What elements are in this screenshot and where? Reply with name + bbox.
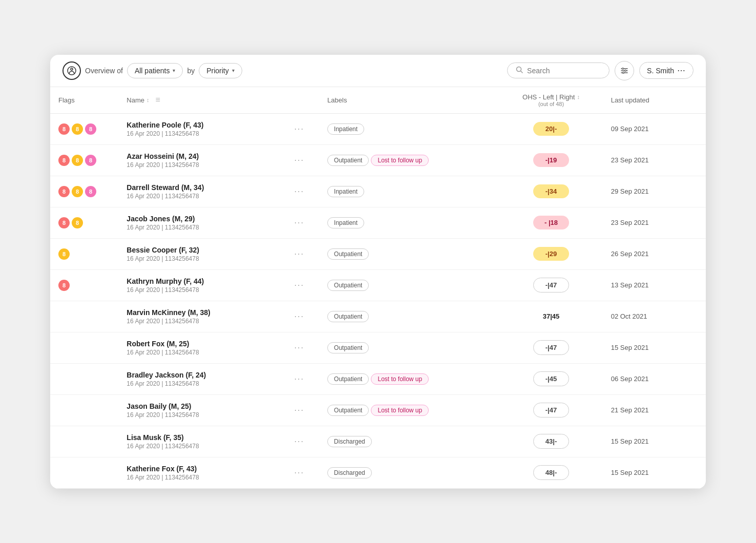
labels-cell: Inpatient [319,176,499,207]
search-input[interactable] [527,67,601,75]
flags-cell [50,301,118,332]
last-updated-cell: 26 Sep 2021 [603,238,706,269]
labels-cell: OutpatientLost to follow up [319,363,499,394]
last-updated-cell: 15 Sep 2021 [603,426,706,457]
table-row[interactable]: 88Jacob Jones (M, 29)16 Apr 2020 | 11342… [50,207,706,238]
row-menu-cell[interactable]: ··· [286,238,319,269]
ohs-cell: -|47 [499,269,602,301]
col-header-name[interactable]: Name ↕ ≡ [118,87,286,114]
patient-name-cell: Jason Baily (M, 25)16 Apr 2020 | 1134256… [118,394,286,426]
table-row[interactable]: 888Darrell Steward (M, 34)16 Apr 2020 | … [50,176,706,207]
table-row[interactable]: Robert Fox (M, 25)16 Apr 2020 | 11342564… [50,332,706,363]
row-menu-cell[interactable]: ··· [286,113,319,144]
ohs-cell: 48|- [499,457,602,488]
patient-table-container: Flags Name ↕ ≡ Labels [50,87,706,489]
flag-dot: 8 [58,155,70,166]
last-updated-cell: 23 Sep 2021 [603,144,706,176]
search-icon [516,66,523,75]
header-right: S. Smith ⋯ [507,61,694,80]
row-menu-icon[interactable]: ··· [294,312,304,321]
row-menu-icon[interactable]: ··· [294,437,304,446]
patients-filter-button[interactable]: All patients ▾ [127,63,183,78]
ohs-cell: -|47 [499,394,602,426]
row-menu-icon[interactable]: ··· [294,468,304,477]
labels-cell: Discharged [319,457,499,488]
row-menu-cell[interactable]: ··· [286,176,319,207]
ohs-badge: - |18 [533,216,569,229]
row-menu-icon[interactable]: ··· [294,124,304,133]
header-left: Overview of All patients ▾ by Priority ▾ [62,61,502,80]
patient-meta: 16 Apr 2020 | 1134256478 [127,286,278,294]
row-menu-icon[interactable]: ··· [294,218,304,227]
svg-line-3 [521,71,523,73]
table-row[interactable]: 888Katherine Poole (F, 43)16 Apr 2020 | … [50,113,706,144]
ohs-cell: -|34 [499,176,602,207]
row-menu-cell[interactable]: ··· [286,394,319,426]
flag-dot: 8 [72,186,83,197]
flag-dot: 8 [72,217,83,228]
row-menu-icon[interactable]: ··· [294,156,304,164]
patient-name: Lisa Musk (F, 35) [127,433,278,442]
labels-cell: Outpatient [319,301,499,332]
label-tag: Outpatient [327,342,369,353]
ohs-badge: -|47 [533,403,569,417]
ohs-cell: -|47 [499,332,602,363]
row-menu-cell[interactable]: ··· [286,332,319,363]
col-header-labels: Labels [319,87,499,114]
patient-name: Katherine Fox (F, 43) [127,465,278,473]
row-menu-cell[interactable]: ··· [286,269,319,301]
patient-meta: 16 Apr 2020 | 1134256478 [127,130,278,137]
flag-dot: 8 [72,155,83,166]
overview-label: Overview of [85,67,123,75]
labels-cell: Discharged [319,426,499,457]
last-updated-cell: 09 Sep 2021 [603,113,706,144]
row-menu-icon[interactable]: ··· [294,281,304,289]
label-tag: Outpatient [327,280,369,291]
labels-cell: Outpatient [319,238,499,269]
by-label: by [187,67,195,75]
label-tag: Outpatient [327,248,369,260]
labels-cell: Inpatient [319,207,499,238]
column-menu-icon[interactable]: ≡ [156,95,160,105]
label-tag: Inpatient [327,186,364,197]
row-menu-cell[interactable]: ··· [286,301,319,332]
row-menu-icon[interactable]: ··· [294,249,304,258]
row-menu-icon[interactable]: ··· [294,406,304,414]
flag-dot: 8 [58,280,70,291]
table-row[interactable]: Marvin McKinney (M, 38)16 Apr 2020 | 113… [50,301,706,332]
ohs-badge: -|47 [533,278,569,293]
label-tag: Inpatient [327,217,364,228]
label-tag: Discharged [327,467,372,478]
row-menu-icon[interactable]: ··· [294,374,304,383]
row-menu-cell[interactable]: ··· [286,457,319,488]
flag-dot: 8 [58,186,70,197]
main-window: Overview of All patients ▾ by Priority ▾ [50,55,706,489]
flags-cell [50,457,118,488]
table-row[interactable]: 8Bessie Cooper (F, 32)16 Apr 2020 | 1134… [50,238,706,269]
label-tag: Outpatient [327,373,369,385]
last-updated-cell: 02 Oct 2021 [603,301,706,332]
row-menu-icon[interactable]: ··· [294,343,304,352]
flags-cell [50,363,118,394]
row-menu-cell[interactable]: ··· [286,426,319,457]
flag-dot: 8 [72,123,83,135]
table-row[interactable]: 8Kathryn Murphy (F, 44)16 Apr 2020 | 113… [50,269,706,301]
ohs-badge: 43|- [533,434,569,449]
row-menu-cell[interactable]: ··· [286,207,319,238]
flags-cell: 888 [50,176,118,207]
table-row[interactable]: Lisa Musk (F, 35)16 Apr 2020 | 113425647… [50,426,706,457]
search-box[interactable] [507,62,610,78]
table-row[interactable]: Katherine Fox (F, 43)16 Apr 2020 | 11342… [50,457,706,488]
table-row[interactable]: Jason Baily (M, 25)16 Apr 2020 | 1134256… [50,394,706,426]
table-row[interactable]: 888Azar Hosseini (M, 24)16 Apr 2020 | 11… [50,144,706,176]
filter-button[interactable] [615,61,634,80]
user-menu-button[interactable]: S. Smith ⋯ [639,62,694,79]
table-row[interactable]: Bradley Jackson (F, 24)16 Apr 2020 | 113… [50,363,706,394]
priority-filter-button[interactable]: Priority ▾ [199,63,242,78]
row-menu-icon[interactable]: ··· [294,187,304,196]
row-menu-cell[interactable]: ··· [286,144,319,176]
label-tag: Outpatient [327,311,369,322]
patient-name: Kathryn Murphy (F, 44) [127,277,278,285]
col-header-ohs[interactable]: OHS - Left | Right ↕ (out of 48) [499,87,602,114]
row-menu-cell[interactable]: ··· [286,363,319,394]
